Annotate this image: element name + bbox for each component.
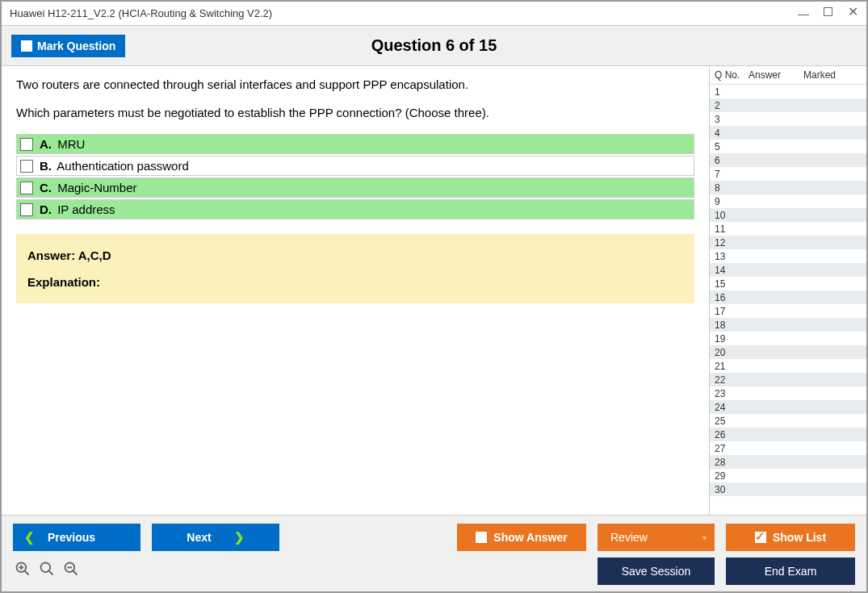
list-row[interactable]: 26 [710,428,866,441]
checkbox-icon [20,160,33,173]
list-row[interactable]: 21 [710,359,866,373]
row-number: 2 [715,100,748,111]
list-row[interactable]: 6 [710,153,866,167]
row-number: 6 [715,155,748,166]
row-number: 30 [715,484,748,495]
row-number: 9 [715,196,748,207]
list-row[interactable]: 8 [710,181,866,194]
list-row[interactable]: 28 [710,455,866,469]
titlebar: Huawei H12-211_V2.2 (HCIA-Routing & Swit… [2,2,866,26]
list-row[interactable]: 15 [710,277,866,290]
svg-line-1 [25,571,29,575]
show-list-label: Show List [773,531,826,544]
list-row[interactable]: 9 [710,194,866,208]
show-list-button[interactable]: Show List [726,524,855,551]
col-qno-header: Q No. [715,69,748,81]
show-answer-button[interactable]: Show Answer [457,524,586,551]
app-window: Huawei H12-211_V2.2 (HCIA-Routing & Swit… [0,0,868,593]
svg-line-7 [73,571,78,575]
list-row[interactable]: 1 [710,85,866,98]
list-row[interactable]: 30 [710,482,866,496]
list-row[interactable]: 25 [710,414,866,428]
option-label: A. MRU [40,137,85,151]
list-row[interactable]: 13 [710,249,866,263]
row-number: 29 [715,470,748,482]
option-label: D. IP address [40,203,115,216]
save-session-label: Save Session [622,565,691,578]
row-number: 18 [715,319,748,331]
minimize-icon[interactable]: — [798,7,809,20]
chevron-left-icon: ❮ [24,530,35,545]
zoom-icon[interactable] [37,561,57,582]
option-c[interactable]: C. Magic-Number [16,177,694,198]
row-number: 17 [715,306,748,317]
list-row[interactable]: 24 [710,400,866,414]
close-icon[interactable]: ✕ [847,7,858,20]
save-session-button[interactable]: Save Session [598,558,715,585]
row-number: 21 [715,361,748,372]
zoom-controls [13,561,81,582]
option-a[interactable]: A. MRU [16,134,694,154]
option-d[interactable]: D. IP address [16,199,694,219]
chevron-right-icon: ❯ [234,530,245,545]
question-line-2: Which parameters must be negotiated to e… [16,106,694,119]
row-number: 25 [715,416,748,427]
maximize-icon[interactable] [824,7,832,16]
col-marked-header: Marked [803,69,862,81]
list-row[interactable]: 22 [710,373,866,386]
row-number: 23 [715,388,748,399]
row-number: 28 [715,457,748,468]
list-row[interactable]: 3 [710,112,866,126]
explanation-label: Explanation: [27,275,683,289]
window-title: Huawei H12-211_V2.2 (HCIA-Routing & Swit… [10,7,272,19]
list-row[interactable]: 23 [710,386,866,400]
list-row[interactable]: 18 [710,318,866,332]
footer-row-2: Save Session End Exam [13,558,855,585]
list-row[interactable]: 4 [710,126,866,140]
question-text: Two routers are connected through serial… [16,77,694,119]
chevron-down-icon: ▾ [702,533,707,542]
option-b[interactable]: B. Authentication password [16,156,694,176]
list-row[interactable]: 12 [710,236,866,249]
answer-panel: Answer: A,C,D Explanation: [16,234,694,303]
list-row[interactable]: 29 [710,469,866,482]
row-number: 5 [715,141,748,152]
review-label: Review [610,531,648,544]
sidebar-rows[interactable]: 1234567891011121314151617181920212223242… [710,85,866,515]
review-button[interactable]: Review ▾ [598,524,715,551]
list-row[interactable]: 2 [710,98,866,112]
row-number: 16 [715,292,748,303]
list-row[interactable]: 20 [710,345,866,359]
list-row[interactable]: 27 [710,441,866,455]
option-label: B. Authentication password [40,159,189,173]
list-row[interactable]: 16 [710,290,866,304]
list-row[interactable]: 7 [710,167,866,181]
row-number: 27 [715,443,748,454]
end-exam-button[interactable]: End Exam [726,558,855,585]
question-list-sidebar: Q No. Answer Marked 12345678910111213141… [709,66,866,515]
col-answer-header: Answer [748,69,803,81]
option-label: C. Magic-Number [40,181,137,194]
checkbox-icon [20,182,33,194]
list-row[interactable]: 14 [710,263,866,277]
list-row[interactable]: 19 [710,332,866,345]
row-number: 7 [715,169,748,180]
zoom-out-icon[interactable] [61,561,81,582]
sidebar-header: Q No. Answer Marked [710,66,866,85]
show-answer-label: Show Answer [493,531,567,544]
answer-text: Answer: A,C,D [27,248,683,262]
list-row[interactable]: 11 [710,222,866,236]
row-number: 10 [715,210,748,221]
list-row[interactable]: 5 [710,140,866,153]
header-bar: Mark Question Question 6 of 15 [2,26,866,66]
footer-row-1: ❮ Previous Next ❯ Show Answer Review ▾ S… [13,524,855,551]
end-exam-label: End Exam [765,565,817,578]
mark-question-button[interactable]: Mark Question [11,35,125,57]
footer: ❮ Previous Next ❯ Show Answer Review ▾ S… [2,515,866,591]
list-row[interactable]: 10 [710,208,866,222]
next-button[interactable]: Next ❯ [152,524,279,551]
zoom-in-icon[interactable] [13,561,32,582]
row-number: 13 [715,251,748,262]
previous-button[interactable]: ❮ Previous [13,524,140,551]
list-row[interactable]: 17 [710,304,866,318]
